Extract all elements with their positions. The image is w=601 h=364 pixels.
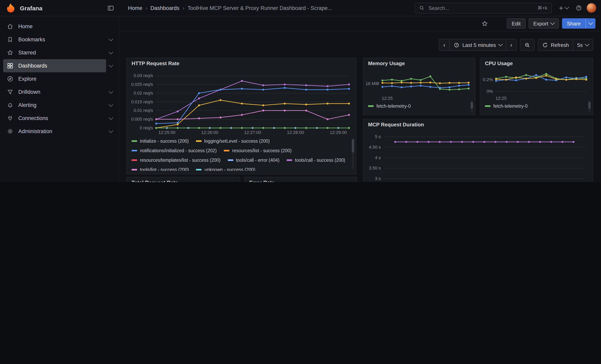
legend-item[interactable]: fetch-telemetry-0 (368, 103, 411, 110)
legend-item[interactable]: tools/list - success (200) (131, 166, 189, 171)
help-icon[interactable] (573, 2, 584, 13)
sidebar-item-label: Drilldown (18, 89, 40, 95)
chevron-down-icon[interactable] (106, 39, 116, 40)
breadcrumb-item[interactable]: Dashboards (150, 5, 180, 11)
add-new-button[interactable] (556, 2, 571, 13)
panel-title[interactable]: CPU Usage (480, 58, 593, 69)
header-icons (556, 2, 596, 13)
search-input[interactable]: ⌘+k (415, 3, 552, 13)
breadcrumb-separator: › (145, 5, 147, 11)
legend-scrollbar[interactable] (471, 101, 473, 113)
user-avatar[interactable] (587, 3, 596, 13)
sidebar-item-explore[interactable]: Explore (3, 72, 116, 85)
svg-text:0.2%: 0.2% (483, 77, 493, 82)
sidebar-item-dashboards[interactable]: Dashboards (3, 59, 116, 72)
sidebar-item-button[interactable]: Dashboards (3, 59, 106, 72)
chevron-down-icon[interactable] (106, 65, 116, 67)
memory-usage-chart[interactable]: 16 MiB12:25 (364, 68, 472, 100)
chevron-down-icon[interactable] (106, 118, 116, 119)
panel-error-rate: Error Rate 0% (244, 177, 357, 182)
breadcrumb-item[interactable]: Home (128, 5, 142, 11)
sidebar-item-button[interactable]: Connections (3, 112, 106, 125)
legend-item[interactable]: logging/setLevel - success (200) (196, 138, 270, 145)
sidebar-item-connections[interactable]: Connections (3, 112, 116, 125)
sidebar-toggle-icon[interactable] (105, 2, 116, 13)
panel-title[interactable]: HTTP Request Rate (127, 58, 356, 69)
legend-item[interactable]: resources/list - success (200) (224, 147, 291, 154)
sidebar-item-label: Alerting (18, 102, 37, 108)
share-button-label[interactable]: Share (562, 18, 585, 29)
edit-button[interactable]: Edit (507, 18, 525, 29)
time-range-picker[interactable]: Last 5 minutes (449, 39, 506, 51)
chevron-down-icon (498, 42, 503, 47)
legend-item[interactable]: tools/call - error (404) (228, 157, 280, 164)
refresh-button[interactable]: Refresh (538, 39, 573, 51)
sidebar-item-home[interactable]: Home (3, 20, 116, 33)
memory-usage-legend: fetch-telemetry-0 (368, 103, 468, 111)
chevron-down-icon[interactable] (106, 91, 116, 93)
sidebar-item-drilldown[interactable]: Drilldown (3, 85, 116, 98)
sidebar-item-starred[interactable]: Starred (3, 46, 116, 59)
http-request-rate-legend: initialize - success (200)logging/setLev… (131, 138, 347, 171)
breadcrumb-item[interactable]: ToolHive MCP Server & Proxy Runner Dashb… (188, 5, 332, 11)
share-caret-button[interactable] (585, 18, 595, 29)
export-button-label: Export (533, 20, 548, 26)
refresh-interval-picker[interactable]: 5s (573, 39, 593, 51)
sidebar-item-button[interactable]: Explore (3, 72, 106, 85)
sidebar-item-bookmarks[interactable]: Bookmarks (3, 33, 116, 46)
breadcrumb: Home›Dashboards›ToolHive MCP Server & Pr… (128, 5, 332, 11)
legend-scrollbar[interactable] (352, 138, 354, 169)
bell-icon (7, 102, 13, 108)
grafana-logo[interactable] (6, 3, 16, 13)
legend-item[interactable]: tools/call - success (200) (287, 157, 345, 164)
svg-text:0.015 req/s: 0.015 req/s (131, 99, 153, 104)
chevron-down-icon (550, 20, 555, 25)
legend-item[interactable]: notifications/initialized - success (202… (131, 147, 217, 154)
sidebar-item-button[interactable]: Starred (3, 46, 106, 59)
cpu-usage-chart[interactable]: 0.2%0%12:25 (481, 68, 590, 100)
panel-mcp-request-duration: MCP Request Duration 2.50 s3 s3.50 s4 s4… (363, 119, 593, 182)
panel-title[interactable]: Memory Usage (363, 58, 475, 69)
chevron-down-icon[interactable] (106, 104, 116, 106)
svg-text:0.02 req/s: 0.02 req/s (134, 91, 153, 96)
sidebar-item-button[interactable]: Administration (3, 125, 106, 138)
search-icon (419, 5, 424, 11)
legend-item[interactable]: fetch-telemetry-0 (485, 103, 528, 110)
panel-title[interactable]: MCP Request Duration (363, 119, 593, 130)
svg-text:12:27:00: 12:27:00 (244, 130, 261, 135)
time-back-button[interactable]: ‹ (439, 39, 450, 51)
chevron-down-icon (585, 42, 590, 47)
refresh-interval-label: 5s (577, 42, 583, 48)
star-icon[interactable] (479, 18, 490, 29)
legend-item[interactable]: unknown - success (200) (196, 166, 255, 171)
sidebar-item-button[interactable]: Bookmarks (3, 33, 106, 46)
svg-text:0.025 req/s: 0.025 req/s (131, 82, 153, 87)
star-icon (7, 49, 13, 56)
mcp-request-duration-chart[interactable]: 2.50 s3 s3.50 s4 s4.50 s5 s12:25:0012:26… (365, 130, 589, 182)
sidebar-item-administration[interactable]: Administration (3, 125, 116, 138)
search-field[interactable] (428, 5, 534, 11)
panel-title[interactable]: Total Request Rate (127, 177, 240, 182)
share-button[interactable]: Share (562, 18, 595, 29)
zoom-out-icon[interactable] (520, 39, 534, 51)
legend-item[interactable]: initialize - success (200) (131, 138, 189, 145)
svg-text:0 req/s: 0 req/s (140, 125, 153, 130)
time-range-label: Last 5 minutes (462, 42, 496, 48)
chevron-down-icon[interactable] (106, 52, 116, 53)
svg-text:0.03 req/s: 0.03 req/s (134, 73, 153, 78)
export-button[interactable]: Export (529, 18, 559, 29)
sidebar-item-alerting[interactable]: Alerting (3, 98, 116, 112)
panel-title[interactable]: Error Rate (244, 177, 357, 182)
sidebar-item-button[interactable]: Alerting (3, 98, 106, 112)
dashboard-main: Edit Export Share ‹ Last 5 minutes (119, 16, 601, 182)
svg-text:3.50 s: 3.50 s (369, 166, 381, 170)
time-forward-button[interactable]: › (506, 39, 517, 51)
legend-item[interactable]: resources/templates/list - success (200) (131, 157, 220, 164)
svg-text:12:25: 12:25 (496, 96, 507, 100)
http-request-rate-chart[interactable]: 0 req/s0.005 req/s0.01 req/s0.015 req/s0… (128, 70, 352, 136)
chart-svg: 0.2%0%12:25 (481, 68, 590, 100)
sidebar-item-button[interactable]: Drilldown (3, 85, 106, 98)
legend-scrollbar[interactable] (588, 101, 591, 113)
sidebar-item-button[interactable]: Home (3, 20, 106, 33)
chevron-down-icon[interactable] (106, 130, 116, 132)
